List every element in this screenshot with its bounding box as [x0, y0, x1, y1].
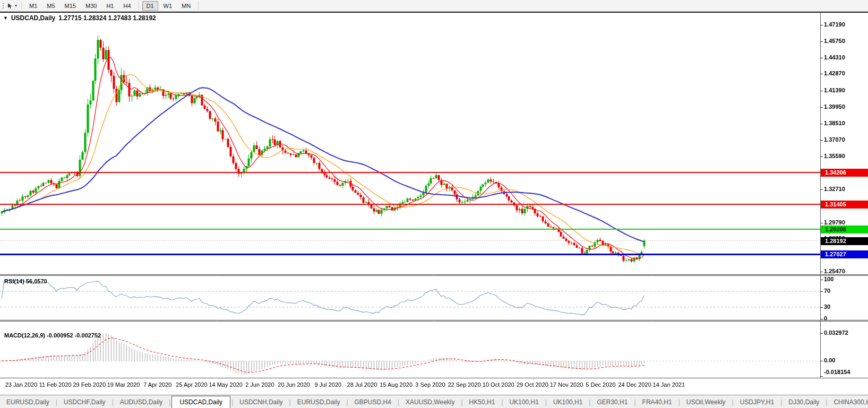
date-axis-label: 24 Dec 2020: [618, 381, 651, 388]
symbol-name: USDCAD,Daily: [11, 14, 55, 22]
price-axis-tick: 1.45750: [824, 38, 845, 44]
chart-tab-eurusd-daily[interactable]: EURUSD,Daily: [0, 397, 56, 408]
chart-tab-bar: EURUSD,Daily|USDCHF,Daily|AUDUSD,Daily|U…: [0, 395, 868, 408]
chart-tab-uk100-h1[interactable]: UK100,H1: [503, 397, 545, 408]
timeframe-button-w1[interactable]: W1: [159, 1, 177, 11]
price-axis-tick: 1.42870: [824, 70, 845, 76]
date-axis-label: 29 Feb 2020: [73, 381, 106, 388]
macd-indicator-label: MACD(12,26,9) -0.000952 -0.002752: [4, 332, 101, 338]
chart-tab-hk50-h1[interactable]: HK50,H1: [463, 397, 502, 408]
cursor-dropdown-caret-icon[interactable]: ▾: [15, 3, 17, 8]
hline-price-label-1.34206[interactable]: 1.34206: [821, 169, 868, 177]
toolbar-separator: [139, 1, 139, 10]
date-axis-label: 17 Nov 2020: [550, 381, 583, 388]
chart-tab-audusd-daily[interactable]: AUDUSD,Daily: [114, 397, 169, 408]
hline-price-label-1.31405[interactable]: 1.31405: [821, 201, 868, 209]
chart-tab-ger30-h1[interactable]: GER30,H1: [590, 397, 634, 408]
timeframe-button-m30[interactable]: M30: [81, 1, 101, 11]
chart-tab-usdcad-daily[interactable]: USDCAD,Daily: [171, 396, 230, 408]
price-axis-tick: 1.32710: [824, 186, 845, 192]
chart-tab-dj30-daily[interactable]: DJ30,Daily: [782, 397, 826, 408]
chart-title: ▼ USDCAD,Daily 1.27715 1.28324 1.27483 1…: [3, 14, 156, 22]
rsi-axis-tick: 30: [824, 303, 830, 310]
mt4-window: ▾ M1M5M15M30H1H4D1W1MN ▼ USDCAD,Daily 1.…: [0, 0, 868, 408]
current-price-label: 1.28192: [821, 237, 868, 245]
timeframe-button-mn[interactable]: MN: [177, 1, 195, 11]
date-axis-label: 14 May 2020: [209, 381, 243, 388]
rsi-indicator-label: RSI(14) 56.0570: [4, 278, 47, 284]
hline-price-label-1.29208[interactable]: 1.29208: [821, 225, 868, 233]
date-axis-label: 29 Oct 2020: [517, 381, 548, 388]
macd-axis-tick: 0.00: [824, 357, 835, 363]
macd-axis-tick: 0.032972: [824, 329, 848, 336]
date-axis-label: 23 Jan 2020: [5, 381, 38, 388]
date-axis-label: 20 Jun 2020: [278, 381, 310, 388]
date-axis-label: 10 Oct 2020: [483, 381, 514, 388]
timeframe-button-h1[interactable]: H1: [102, 1, 118, 11]
date-axis-label: 9 Jul 2020: [314, 381, 341, 388]
chart-tab-usdchf-daily[interactable]: USDCHF,Daily: [57, 397, 112, 408]
price-axis-tick: 1.25470: [824, 268, 845, 274]
price-axis-tick: 1.38510: [824, 120, 845, 126]
chart-tab-uk100-h1[interactable]: UK100,H1: [547, 397, 589, 408]
price-axis-tick: 1.47190: [824, 21, 845, 28]
chart-tab-xauusd-weekly[interactable]: XAUUSD,Weekly: [399, 397, 461, 408]
timeframe-button-m5[interactable]: M5: [42, 1, 59, 11]
hline-price-label-1.27027[interactable]: 1.27027: [821, 250, 868, 258]
date-axis-label: 3 Sep 2020: [415, 381, 445, 388]
date-axis-label: 19 Mar 2020: [107, 381, 140, 388]
date-axis-label: 14 Jan 2021: [653, 381, 685, 388]
chart-tab-usoil-weekly[interactable]: USOil,Weekly: [680, 397, 732, 408]
chart-tab-usdcnh-daily[interactable]: USDCNH,Daily: [233, 397, 289, 408]
timeframe-button-d1[interactable]: D1: [142, 1, 158, 11]
toolbar-drag-handle[interactable]: [2, 2, 4, 10]
chart-tab-gbpusd-h4[interactable]: GBPUSD,H4: [348, 397, 398, 408]
toolbar-separator: [21, 2, 22, 10]
date-axis-label: 7 Apr 2020: [143, 381, 171, 388]
cursor-tool-icon[interactable]: [7, 3, 13, 9]
price-axis-tick: 1.37070: [824, 136, 845, 143]
rsi-axis-tick: 100: [824, 276, 833, 282]
macd-axis-tick: -0.018154: [824, 369, 850, 375]
ohlc-values: 1.27715 1.28324 1.27483 1.28192: [58, 14, 156, 22]
date-axis-label: 25 Apr 2020: [176, 381, 207, 388]
rsi-axis-tick: 70: [824, 288, 830, 294]
price-axis-tick: 1.41390: [824, 87, 845, 93]
chart-tab-usdjpy-h1[interactable]: USDJPY,H1: [734, 397, 780, 408]
date-axis-label: 28 Jul 2020: [347, 381, 377, 388]
date-axis-label: 11 Feb 2020: [39, 381, 72, 388]
timeframe-button-m1[interactable]: M1: [25, 1, 41, 11]
date-axis-label: 15 Aug 2020: [380, 381, 412, 388]
toolbar-separator: [198, 1, 199, 10]
tabs-host: EURUSD,Daily|USDCHF,Daily|AUDUSD,Daily|U…: [0, 396, 868, 408]
tab-separator: |: [169, 397, 170, 408]
price-axis-tick: 1.44310: [824, 54, 845, 60]
price-axis-tick: 1.35590: [824, 153, 845, 159]
symbol-collapse-icon[interactable]: ▼: [3, 15, 8, 21]
timeframe-button-m15[interactable]: M15: [61, 1, 80, 11]
price-axis-tick: 1.39950: [824, 103, 845, 110]
timeframe-button-group: M1M5M15M30H1H4D1W1MN: [24, 1, 201, 11]
chart-tab-eurusd-daily[interactable]: EURUSD,Daily: [291, 397, 347, 408]
timeframe-button-h4[interactable]: H4: [119, 1, 135, 11]
timeframe-toolbar: ▾ M1M5M15M30H1H4D1W1MN: [0, 0, 868, 12]
date-axis-label: 2 Jun 2020: [245, 381, 274, 388]
date-axis-label: 5 Dec 2020: [586, 381, 615, 388]
rsi-axis-tick: 0: [824, 315, 827, 322]
date-axis-label: 22 Sep 2020: [448, 381, 480, 388]
chart-canvas[interactable]: [0, 0, 868, 408]
chart-tab-fra40-h1[interactable]: FRA40,H1: [636, 397, 678, 408]
price-axis-tick: 1.29790: [824, 219, 845, 225]
chart-tab-china300-h1[interactable]: CHINA300,H1: [827, 397, 868, 408]
